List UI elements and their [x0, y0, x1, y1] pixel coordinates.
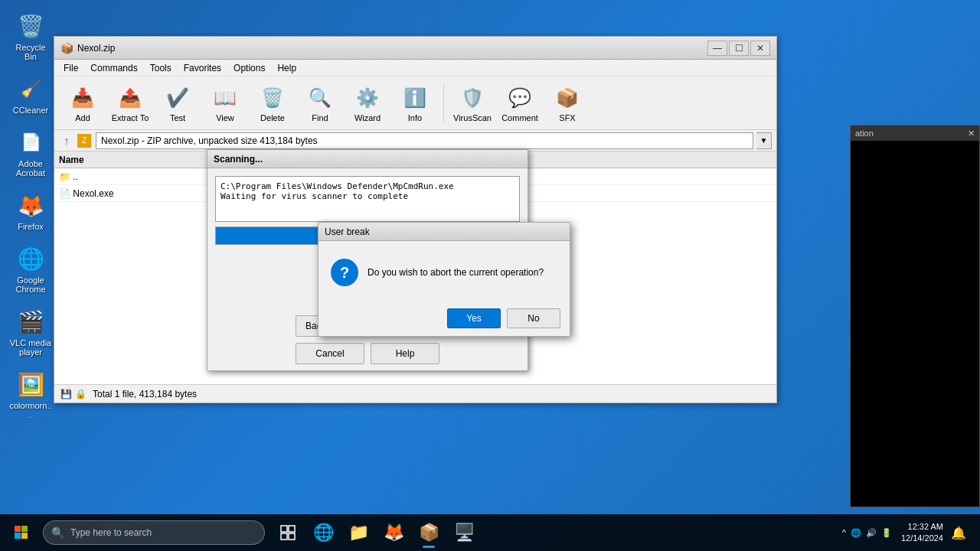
delete-label: Delete	[260, 113, 285, 122]
comment-label: Comment	[501, 113, 538, 122]
taskbar-cmd[interactable]: 🖥️	[447, 516, 481, 549]
taskbar-right: ^ 🌐 🔊 🔋 12:32 AM 12/14/2024 🔔	[836, 520, 977, 545]
desktop-icon-recycle-bin[interactable]: 🗑️ Recycle Bin	[6, 8, 55, 64]
search-icon: 🔍	[51, 527, 64, 539]
taskbar-search[interactable]: 🔍 Type here to search	[43, 520, 265, 545]
svg-rect-2	[15, 533, 21, 539]
svg-rect-6	[281, 533, 287, 540]
sfx-icon: 📦	[554, 84, 581, 112]
notification-button[interactable]: 🔔	[946, 520, 971, 545]
clock-time: 12:32 AM	[901, 521, 943, 533]
toolbar-add-button[interactable]: 📥 Add	[60, 80, 105, 126]
taskbar-winrar[interactable]: 📦	[412, 516, 446, 549]
cmd-content	[851, 141, 979, 147]
test-icon: ✔️	[164, 84, 191, 112]
abort-dialog-content: ? Do you wish to abort the current opera…	[318, 241, 570, 304]
desktop-icon-ccleaner[interactable]: 🧹 CCleaner	[6, 70, 55, 118]
menu-file[interactable]: File	[57, 61, 84, 75]
menu-bar: File Commands Tools Favorites Options He…	[54, 60, 776, 77]
clock-date: 12/14/2024	[901, 533, 943, 544]
virusscan-label: VirusScan	[453, 113, 492, 122]
scan-line-1: C:\Program Files\Windows Defender\MpCmdR…	[220, 181, 514, 191]
toolbar-comment-button[interactable]: 💬 Comment	[498, 80, 542, 126]
desktop-icon-firefox[interactable]: 🦊 Firefox	[6, 187, 55, 234]
menu-tools[interactable]: Tools	[144, 61, 178, 75]
zip-icon: Z	[77, 134, 91, 148]
desktop-icon-adobe[interactable]: 📄 Adobe Acrobat	[6, 124, 55, 181]
winrar-window-controls: — ☐ ✕	[707, 41, 770, 56]
toolbar-virusscan-button[interactable]: 🛡️ VirusScan	[450, 80, 495, 126]
vlc-label: VLC media player	[9, 338, 52, 357]
address-bar: ↑ Z Nexol.zip - ZIP archive, unpacked si…	[54, 130, 776, 152]
toolbar-info-button[interactable]: ℹ️ Info	[393, 80, 437, 126]
winrar-title-text: Nexol.zip	[77, 43, 707, 54]
minimize-button[interactable]: —	[707, 41, 727, 56]
view-icon: 📖	[211, 84, 239, 112]
chrome-label: Google Chrome	[9, 276, 52, 294]
virusscan-dialog-title: Scanning...	[207, 150, 528, 168]
close-button[interactable]: ✕	[750, 41, 770, 56]
recycle-bin-label: Recycle Bin	[9, 43, 52, 61]
toolbar-view-button[interactable]: 📖 View	[203, 80, 247, 126]
toolbar-delete-button[interactable]: 🗑️ Delete	[250, 80, 295, 126]
sfx-label: SFX	[559, 113, 575, 122]
task-view-icon	[280, 525, 296, 540]
desktop-icon-vlc[interactable]: 🎬 VLC media player	[6, 303, 55, 360]
cmd-close-icon[interactable]: ✕	[968, 129, 975, 139]
abort-info-icon: ?	[331, 259, 358, 286]
abort-dialog-title: User break	[318, 223, 570, 241]
adobe-icon: 📄	[15, 127, 46, 158]
battery-icon: 🔋	[881, 528, 892, 538]
address-field[interactable]: Nexol.zip - ZIP archive, unpacked size 4…	[96, 132, 753, 149]
yes-button[interactable]: Yes	[447, 308, 501, 328]
folder-icon: 📁	[59, 171, 70, 182]
help-button[interactable]: Help	[371, 343, 439, 364]
svg-rect-7	[289, 533, 295, 540]
toolbar-find-button[interactable]: 🔍 Find	[298, 80, 342, 126]
desktop-icon-chrome[interactable]: 🌐 Google Chrome	[6, 240, 55, 297]
svg-rect-4	[281, 526, 287, 532]
abort-dialog: User break ? Do you wish to abort the cu…	[318, 222, 570, 337]
delete-icon: 🗑️	[259, 84, 286, 112]
menu-help[interactable]: Help	[271, 61, 302, 75]
menu-commands[interactable]: Commands	[84, 61, 143, 75]
menu-favorites[interactable]: Favorites	[178, 61, 227, 75]
taskbar-task-view[interactable]	[271, 516, 305, 549]
virusscan-icon: 🛡️	[459, 84, 486, 112]
svg-rect-3	[21, 533, 28, 539]
maximize-button[interactable]: ☐	[729, 41, 749, 56]
toolbar-wizard-button[interactable]: ⚙️ Wizard	[345, 80, 390, 126]
volume-icon[interactable]: 🔊	[866, 528, 877, 538]
add-icon: 📥	[69, 84, 96, 112]
scan-output: C:\Program Files\Windows Defender\MpCmdR…	[215, 176, 520, 222]
find-icon: 🔍	[306, 84, 334, 112]
view-label: View	[216, 113, 234, 122]
taskbar-edge[interactable]: 🌐	[306, 516, 340, 549]
taskbar-explorer[interactable]: 📁	[341, 516, 375, 549]
toolbar-extract-button[interactable]: 📤 Extract To	[108, 80, 152, 126]
address-dropdown-button[interactable]: ▼	[756, 132, 772, 149]
system-clock[interactable]: 12:32 AM 12/14/2024	[901, 521, 943, 545]
cancel-button[interactable]: Cancel	[296, 343, 364, 364]
toolbar-test-button[interactable]: ✔️ Test	[155, 80, 200, 126]
taskbar-apps: 🌐 📁 🦊 📦 🖥️	[271, 516, 481, 549]
chrome-icon: 🌐	[15, 243, 46, 274]
scan-line-2: Waiting for virus scanner to complete	[220, 191, 514, 201]
nav-up-button[interactable]: ↑	[59, 133, 74, 148]
toolbar-sfx-button[interactable]: 📦 SFX	[545, 80, 590, 126]
taskbar-firefox[interactable]: 🦊	[377, 516, 410, 549]
tray-chevron[interactable]: ^	[842, 528, 846, 537]
no-button[interactable]: No	[507, 308, 560, 328]
virusscan-dialog-buttons-2: Cancel Help	[207, 343, 528, 370]
menu-options[interactable]: Options	[227, 61, 271, 75]
windows-logo-icon	[15, 526, 28, 540]
start-button[interactable]	[3, 514, 40, 551]
status-icon-lock: 🔒	[75, 389, 87, 399]
status-icons: 💾 🔒	[60, 389, 87, 399]
info-label: Info	[408, 113, 422, 122]
adobe-label: Adobe Acrobat	[9, 159, 52, 178]
search-placeholder-text: Type here to search	[70, 527, 152, 538]
exe-icon: 📄	[59, 188, 70, 199]
address-text: Nexol.zip - ZIP archive, unpacked size 4…	[101, 135, 318, 146]
desktop-icon-colormorn[interactable]: 🖼️ colormorn...	[6, 366, 55, 422]
